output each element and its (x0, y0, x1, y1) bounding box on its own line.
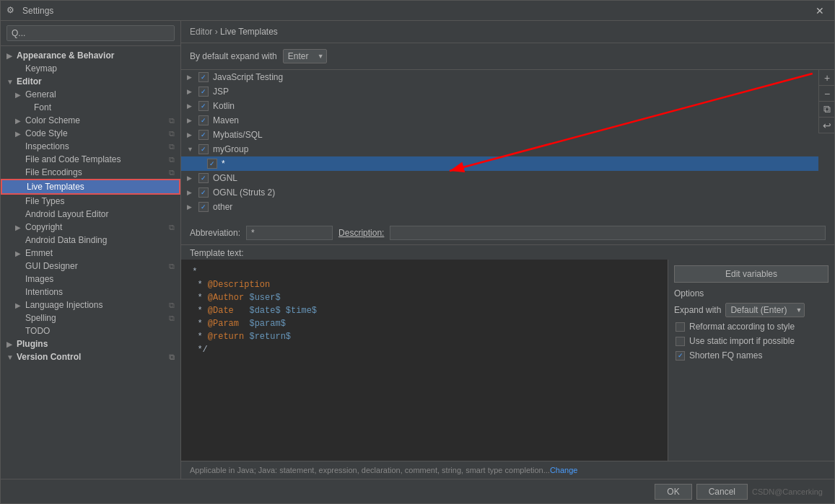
sidebar-item-label: Color Scheme (25, 115, 80, 125)
sidebar-item-label: Keymap (25, 63, 57, 74)
tl-item-star[interactable]: ✓ * (181, 156, 818, 171)
sidebar-item-spelling[interactable]: Spelling ⧉ (1, 311, 180, 324)
group-checkbox[interactable]: ✓ (198, 101, 209, 111)
chevron-icon: ▼ (6, 353, 15, 361)
sidebar-item-todo[interactable]: TODO (1, 324, 180, 337)
sidebar-item-android-layout[interactable]: Android Layout Editor (1, 208, 180, 221)
close-button[interactable]: ✕ (811, 4, 829, 18)
group-checkbox[interactable]: ✓ (198, 72, 209, 82)
expand-with-options-row: Expand with Default (Enter) Enter Tab Sp… (674, 303, 829, 317)
group-label: Maven (213, 115, 239, 125)
expand-with-dropdown-wrap: Default (Enter) Enter Tab Space ▼ (725, 303, 805, 317)
group-label: JavaScript Testing (213, 72, 283, 82)
checkbox-shorten-fq[interactable]: ✓ Shorten FQ names (676, 350, 829, 361)
item-checkbox[interactable]: ✓ (207, 159, 217, 169)
sidebar-item-file-types[interactable]: File Types (1, 195, 180, 208)
sidebar-item-appearance[interactable]: ▶ Appearance & Behavior (1, 49, 180, 62)
tl-group-mygroup[interactable]: ▼ ✓ myGroup (181, 142, 818, 156)
sidebar-item-label: Copyright (25, 222, 62, 232)
sidebar-item-label: GUI Designer (25, 261, 78, 271)
sidebar-item-code-style[interactable]: ▶ Code Style ⧉ (1, 127, 180, 140)
group-arrow-icon: ▶ (187, 131, 197, 138)
right-panel: Editor › Live Templates By default expan… (181, 21, 834, 479)
cancel-button[interactable]: Cancel (696, 484, 748, 500)
sidebar-item-label: Spelling (25, 313, 56, 323)
sidebar-item-label: Version Control (17, 352, 81, 362)
expand-bar: By default expand with Enter Tab Space ▼ (181, 43, 834, 70)
sidebar-item-copyright[interactable]: ▶ Copyright ⧉ (1, 221, 180, 234)
remove-template-button[interactable]: − (819, 86, 834, 102)
abbreviation-input[interactable] (246, 226, 333, 240)
sidebar-item-label: Emmet (25, 248, 53, 258)
tl-group-other[interactable]: ▶ ✓ other (181, 200, 818, 214)
expand-with-dropdown[interactable]: Default (Enter) Enter Tab Space (725, 303, 805, 317)
sidebar-item-color-scheme[interactable]: ▶ Color Scheme ⧉ (1, 114, 180, 127)
group-checkbox[interactable]: ✓ (198, 144, 209, 154)
sidebar-item-gui-designer[interactable]: GUI Designer ⧉ (1, 260, 180, 273)
change-link[interactable]: Change (550, 466, 578, 474)
sidebar-item-emmet[interactable]: ▶ Emmet (1, 247, 180, 260)
tl-group-ognl-struts[interactable]: ▶ ✓ OGNL (Struts 2) (181, 185, 818, 200)
copy-icon: ⧉ (169, 301, 175, 310)
edit-variables-button[interactable]: Edit variables (674, 265, 829, 283)
sidebar-item-label: Editor (17, 76, 42, 87)
sidebar-item-font[interactable]: Font (1, 101, 180, 114)
copy-icon: ⧉ (169, 129, 175, 138)
tl-group-mybatis[interactable]: ▶ ✓ Mybatis/SQL (181, 128, 818, 142)
chevron-icon: ▼ (6, 78, 15, 86)
copy-icon: ⧉ (169, 116, 175, 125)
abbrev-description-row: Abbreviation: Description: (181, 221, 834, 245)
sidebar-item-android-data[interactable]: Android Data Binding (1, 234, 180, 247)
sidebar-item-label: Android Layout Editor (25, 209, 108, 219)
shorten-fq-checkbox[interactable]: ✓ (676, 351, 685, 361)
sidebar-item-plugins[interactable]: ▶ Plugins (1, 337, 180, 350)
checkbox-static-import[interactable]: Use static import if possible (676, 336, 829, 346)
group-checkbox[interactable]: ✓ (198, 115, 209, 125)
expand-dropdown[interactable]: Enter Tab Space (283, 49, 327, 63)
settings-window: ⚙ Settings ✕ ▶ Appearance & Behavior Key… (0, 0, 835, 504)
description-input[interactable] (390, 226, 826, 240)
sidebar-item-keymap[interactable]: Keymap (1, 62, 180, 75)
template-list-wrapper: ▶ ✓ JavaScript Testing ▶ ✓ JSP ▶ ✓ Kot (181, 70, 834, 221)
checkbox-reformat[interactable]: Reformat according to style (676, 322, 829, 332)
ok-button[interactable]: OK (655, 484, 691, 500)
sidebar-item-live-templates[interactable]: Live Templates (1, 179, 180, 195)
sidebar-item-general[interactable]: ▶ General (1, 88, 180, 101)
copy-template-button[interactable]: ⧉ (819, 102, 834, 118)
sidebar-item-version-control[interactable]: ▼ Version Control ⧉ (1, 350, 180, 363)
tl-group-ognl[interactable]: ▶ ✓ OGNL (181, 171, 818, 185)
chevron-icon: ▶ (15, 130, 24, 138)
expand-with-label: By default expand with (190, 51, 277, 61)
var-user: $user$ (249, 293, 280, 303)
sidebar-item-file-code-templates[interactable]: File and Code Templates ⧉ (1, 153, 180, 166)
sidebar-item-images[interactable]: Images (1, 273, 180, 286)
tl-group-jsp[interactable]: ▶ ✓ JSP (181, 84, 818, 99)
sidebar-item-inspections[interactable]: Inspections ⧉ (1, 140, 180, 153)
template-editor[interactable]: * * @Description * @Author $user$ * @Dat… (181, 260, 668, 461)
add-template-button[interactable]: + (819, 70, 834, 86)
group-checkbox[interactable]: ✓ (198, 202, 209, 212)
group-checkbox[interactable]: ✓ (198, 87, 209, 97)
title-bar: ⚙ Settings ✕ (1, 1, 834, 21)
reformat-checkbox[interactable] (676, 322, 685, 332)
group-arrow-icon: ▶ (187, 117, 197, 124)
abbreviation-label: Abbreviation: (190, 228, 240, 238)
tl-group-kotlin[interactable]: ▶ ✓ Kotlin (181, 99, 818, 113)
group-checkbox[interactable]: ✓ (198, 130, 209, 140)
sidebar-item-file-encodings[interactable]: File Encodings ⧉ (1, 166, 180, 179)
template-list[interactable]: ▶ ✓ JavaScript Testing ▶ ✓ JSP ▶ ✓ Kot (181, 70, 818, 221)
chevron-icon: ▶ (6, 340, 15, 348)
group-checkbox[interactable]: ✓ (198, 187, 209, 198)
sidebar-item-language-injections[interactable]: ▶ Language Injections ⧉ (1, 299, 180, 311)
tl-group-js-testing[interactable]: ▶ ✓ JavaScript Testing (181, 70, 818, 84)
sidebar-item-editor[interactable]: ▼ Editor (1, 75, 180, 88)
static-import-checkbox[interactable] (676, 337, 685, 346)
tl-group-maven[interactable]: ▶ ✓ Maven (181, 113, 818, 128)
group-label: JSP (213, 87, 229, 97)
group-checkbox[interactable]: ✓ (198, 173, 209, 183)
sidebar-item-intentions[interactable]: Intentions (1, 286, 180, 299)
search-input[interactable] (6, 25, 175, 41)
breadcrumb-sep: › (215, 27, 220, 37)
applicable-text: Applicable in Java; Java: statement, exp… (190, 466, 550, 474)
restore-template-button[interactable]: ↩ (819, 118, 834, 133)
